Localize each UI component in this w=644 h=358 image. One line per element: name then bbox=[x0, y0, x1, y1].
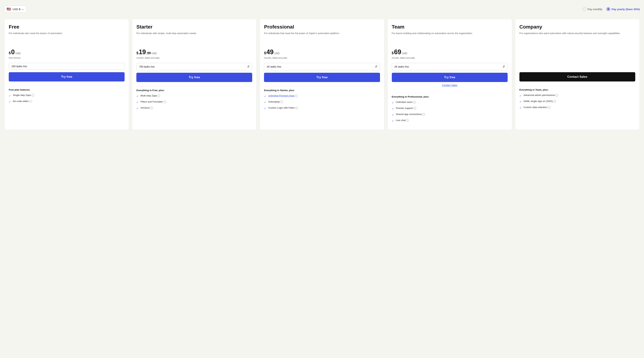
check-icon: ✓ bbox=[264, 94, 266, 98]
cta-button-team[interactable]: Try free bbox=[392, 73, 508, 82]
info-icon[interactable]: i bbox=[548, 106, 550, 109]
info-icon[interactable]: i bbox=[164, 101, 166, 103]
pay-yearly-option[interactable]: Pay yearly (Save 33%) bbox=[606, 7, 640, 11]
info-icon[interactable]: i bbox=[150, 107, 153, 109]
feature-link[interactable]: Unlimited Premium Apps bbox=[268, 94, 294, 97]
info-icon[interactable]: i bbox=[295, 94, 298, 97]
check-icon: ✓ bbox=[9, 100, 11, 104]
chevron-updown-icon: ⇵ bbox=[247, 65, 250, 68]
plan-name-team: Team bbox=[392, 24, 508, 30]
chevron-updown-icon: ⇵ bbox=[375, 65, 377, 68]
info-icon[interactable]: i bbox=[413, 101, 416, 104]
price-sub-team: /month, billed annually bbox=[392, 56, 508, 60]
feature-item: ✓Autoreplayi bbox=[264, 100, 380, 104]
info-icon[interactable]: i bbox=[556, 94, 558, 97]
check-icon: ✓ bbox=[264, 106, 266, 110]
tasks-select-team[interactable]: 2K tasks /mo⇵ bbox=[392, 63, 508, 70]
features-heading-starter: Everything in Free, plus: bbox=[136, 89, 252, 92]
info-icon[interactable]: i bbox=[295, 107, 298, 109]
info-icon[interactable]: i bbox=[280, 101, 283, 103]
feature-text: SAML single sign on (SSO)i bbox=[524, 100, 556, 103]
price-main: 69 bbox=[394, 48, 401, 56]
feature-item: ✓No-code editori bbox=[9, 100, 124, 104]
info-icon[interactable]: i bbox=[422, 113, 425, 116]
cta-button-professional[interactable]: Try free bbox=[264, 73, 380, 82]
price-dollar-sign: $ bbox=[136, 51, 138, 55]
plan-card-team: TeamFor teams building and collaborating… bbox=[387, 19, 512, 130]
price-main: 49 bbox=[266, 48, 274, 56]
price-main: 0 bbox=[11, 48, 15, 56]
feature-item: ✓Live chati bbox=[392, 119, 508, 123]
plan-card-professional: ProfessionalFor individuals that need th… bbox=[260, 19, 384, 130]
info-icon[interactable]: i bbox=[553, 100, 556, 103]
check-icon: ✓ bbox=[392, 119, 394, 123]
info-icon[interactable]: i bbox=[414, 107, 416, 110]
tasks-label: 100 tasks /mo bbox=[12, 65, 27, 68]
feature-text: Unlimited Premium Appsi bbox=[268, 94, 298, 98]
check-icon: ✓ bbox=[520, 100, 522, 104]
plan-name-starter: Starter bbox=[136, 24, 252, 30]
pay-monthly-option[interactable]: Pay monthly bbox=[582, 7, 602, 11]
price-cents: .99 bbox=[146, 51, 151, 55]
divider bbox=[392, 93, 508, 93]
tasks-select-free: 100 tasks /mo bbox=[9, 63, 124, 70]
price-dollar-sign: $ bbox=[392, 51, 394, 55]
check-icon: ✓ bbox=[264, 100, 266, 104]
price-unit: USD bbox=[402, 52, 407, 55]
pay-monthly-radio[interactable] bbox=[582, 7, 586, 11]
feature-text: Advanced admin permissionsi bbox=[524, 94, 558, 97]
currency-selector[interactable]: 🇺🇸 USD $ ⌄ bbox=[4, 6, 26, 12]
info-icon[interactable]: i bbox=[29, 100, 32, 103]
plan-name-company: Company bbox=[520, 24, 635, 30]
contact-sales-link-team[interactable]: Contact Sales bbox=[392, 84, 508, 87]
feature-text: No-code editori bbox=[13, 100, 32, 103]
price-unit: USD bbox=[15, 52, 21, 55]
cta-button-free[interactable]: Try free bbox=[9, 72, 124, 81]
price-sub-starter: /month, billed annually bbox=[136, 56, 252, 60]
info-icon[interactable]: i bbox=[32, 94, 34, 97]
feature-text: Unlimited usersi bbox=[396, 101, 416, 104]
feature-item: ✓Unlimited usersi bbox=[392, 101, 508, 104]
check-icon: ✓ bbox=[392, 107, 394, 111]
cta-button-starter[interactable]: Try free bbox=[136, 73, 252, 82]
feature-text: Versionsi bbox=[140, 106, 153, 110]
feature-text: Multi-step Zapsi bbox=[140, 94, 160, 98]
chevron-down-icon: ⌄ bbox=[22, 7, 24, 11]
plan-price-starter: $19.99USD bbox=[136, 48, 252, 56]
flag-icon: 🇺🇸 bbox=[6, 7, 11, 11]
check-icon: ✓ bbox=[136, 106, 139, 110]
tasks-label: 2K tasks /mo bbox=[267, 65, 281, 68]
info-icon[interactable]: i bbox=[158, 94, 160, 97]
billing-options: Pay monthly Pay yearly (Save 33%) bbox=[582, 7, 640, 11]
feature-item: ✓SAML single sign on (SSO)i bbox=[520, 100, 635, 104]
plan-desc-starter: For individuals with simple, multi-step … bbox=[136, 31, 252, 44]
features-heading-free: Free plan features: bbox=[9, 88, 124, 91]
check-icon: ✓ bbox=[392, 101, 394, 104]
cta-button-company[interactable]: Contact Sales bbox=[520, 72, 635, 81]
tasks-label: 750 tasks /mo bbox=[139, 65, 154, 68]
feature-item: ✓Advanced admin permissionsi bbox=[520, 94, 635, 98]
chevron-updown-icon: ⇵ bbox=[503, 65, 505, 68]
feature-item: ✓Unlimited Premium Appsi bbox=[264, 94, 380, 98]
price-unit: USD bbox=[151, 52, 157, 55]
feature-item: ✓Custom data retentioni bbox=[520, 106, 635, 110]
feature-text: Custom Logic with Pathsi bbox=[268, 106, 298, 110]
pay-monthly-label: Pay monthly bbox=[588, 8, 602, 11]
features-heading-company: Everything in Team, plus: bbox=[520, 88, 635, 91]
tasks-select-professional[interactable]: 2K tasks /mo⇵ bbox=[264, 63, 380, 70]
plan-desc-company: For organizations who want automation wi… bbox=[520, 31, 635, 44]
features-heading-professional: Everything in Starter, plus: bbox=[264, 89, 380, 92]
info-icon[interactable]: i bbox=[406, 119, 409, 122]
tasks-label: 2K tasks /mo bbox=[394, 65, 409, 68]
plan-desc-free: For individuals who need the basics of a… bbox=[9, 31, 124, 44]
pay-yearly-radio[interactable] bbox=[606, 7, 610, 11]
pay-yearly-label: Pay yearly (Save 33%) bbox=[612, 8, 640, 11]
tasks-select-starter[interactable]: 750 tasks /mo⇵ bbox=[136, 63, 252, 70]
price-unit: USD bbox=[274, 52, 280, 55]
plan-card-free: FreeFor individuals who need the basics … bbox=[4, 19, 129, 130]
plan-name-professional: Professional bbox=[264, 24, 380, 30]
feature-item: ✓Versionsi bbox=[136, 106, 252, 110]
feature-text: Autoreplayi bbox=[268, 100, 283, 104]
plan-desc-team: For teams building and collaborating on … bbox=[392, 31, 508, 44]
feature-text: Single-step Zapsi bbox=[13, 94, 34, 97]
